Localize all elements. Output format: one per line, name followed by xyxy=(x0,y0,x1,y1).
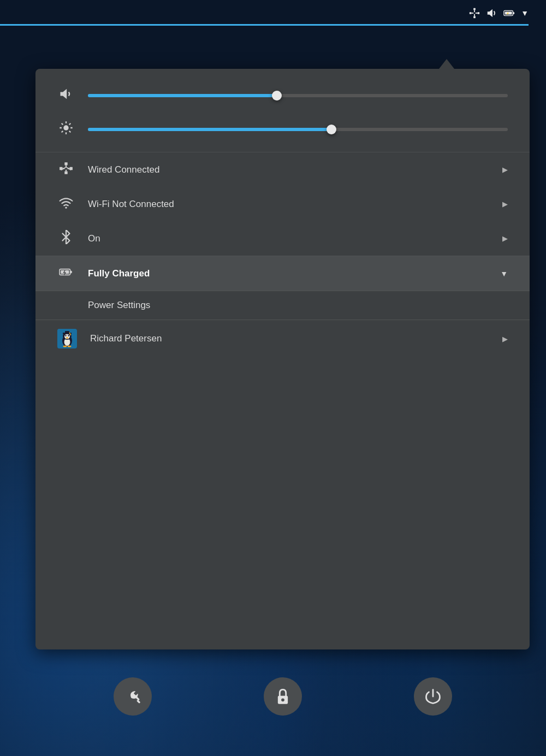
wifi-chevron: ▶ xyxy=(502,200,508,208)
sliders-section xyxy=(35,69,530,152)
svg-rect-46 xyxy=(65,331,69,333)
wifi-menu-icon xyxy=(57,196,75,212)
bluetooth-label: On xyxy=(88,233,489,244)
svg-point-54 xyxy=(281,698,284,701)
bluetooth-chevron: ▶ xyxy=(502,234,508,243)
user-item[interactable]: Richard Petersen ▶ xyxy=(35,320,530,357)
user-name-label: Richard Petersen xyxy=(90,333,489,344)
battery-menu-icon xyxy=(57,265,75,282)
network-menu-icon xyxy=(57,161,75,178)
svg-point-42 xyxy=(65,335,66,336)
svg-rect-0 xyxy=(473,8,476,10)
svg-rect-3 xyxy=(473,16,476,19)
lock-button[interactable] xyxy=(264,677,302,716)
svg-line-21 xyxy=(69,123,71,125)
battery-label: Fully Charged xyxy=(88,268,487,279)
volume-slider-row xyxy=(57,86,508,105)
power-settings-label: Power Settings xyxy=(88,300,150,311)
svg-marker-8 xyxy=(488,9,492,17)
brightness-slider-fill xyxy=(88,128,331,131)
menu-items-section: Wired Connected ▶ Wi-Fi Not Connected ▶ xyxy=(35,152,530,649)
svg-point-14 xyxy=(63,125,68,130)
user-chevron: ▶ xyxy=(502,335,508,343)
battery-item[interactable]: Fully Charged ▼ xyxy=(35,256,530,291)
svg-line-52 xyxy=(138,701,139,702)
settings-button[interactable] xyxy=(114,677,152,716)
svg-point-43 xyxy=(68,335,69,336)
volume-slider-track[interactable] xyxy=(88,94,508,97)
avatar xyxy=(57,329,77,349)
volume-icon[interactable] xyxy=(486,7,498,19)
topbar-caret-icon[interactable]: ▼ xyxy=(521,9,529,17)
wifi-label: Wi-Fi Not Connected xyxy=(88,199,489,210)
brightness-slider-thumb[interactable] xyxy=(327,125,336,134)
wifi-item[interactable]: Wi-Fi Not Connected ▶ xyxy=(35,187,530,221)
brightness-slider-row xyxy=(57,120,508,139)
topbar: ⚡ ▼ xyxy=(468,2,529,24)
svg-marker-13 xyxy=(61,89,67,99)
brightness-slider-track[interactable] xyxy=(88,128,508,131)
svg-point-49 xyxy=(63,346,67,347)
wired-connected-item[interactable]: Wired Connected ▶ xyxy=(35,152,530,187)
topbar-blue-underline xyxy=(0,24,529,26)
brightness-slider-icon xyxy=(57,120,75,139)
bottom-buttons xyxy=(35,664,530,729)
svg-rect-10 xyxy=(513,12,515,14)
popup-panel: Wired Connected ▶ Wi-Fi Not Connected ▶ xyxy=(35,69,530,649)
power-settings-item[interactable]: Power Settings xyxy=(35,291,530,320)
svg-line-22 xyxy=(62,131,63,133)
svg-point-44 xyxy=(66,337,68,338)
volume-slider-icon xyxy=(57,86,75,105)
volume-slider-thumb[interactable] xyxy=(272,91,282,101)
bluetooth-item[interactable]: On ▶ xyxy=(35,221,530,256)
wired-connected-chevron: ▶ xyxy=(502,166,508,174)
svg-rect-35 xyxy=(70,271,72,273)
svg-point-33 xyxy=(65,207,67,209)
svg-rect-23 xyxy=(64,162,67,165)
bluetooth-menu-icon xyxy=(57,230,75,247)
popup-arrow xyxy=(439,59,454,69)
battery-chevron: ▼ xyxy=(500,269,508,278)
svg-rect-2 xyxy=(478,12,480,14)
svg-line-19 xyxy=(62,123,63,125)
volume-slider-fill xyxy=(88,94,277,97)
svg-point-50 xyxy=(68,346,72,347)
wired-connected-label: Wired Connected xyxy=(88,164,489,175)
svg-rect-1 xyxy=(470,12,472,14)
power-button[interactable] xyxy=(414,677,452,716)
svg-rect-26 xyxy=(64,171,67,174)
svg-point-48 xyxy=(70,334,71,335)
network-icon[interactable] xyxy=(468,7,480,19)
svg-line-20 xyxy=(69,131,71,133)
battery-icon[interactable]: ⚡ xyxy=(503,7,515,19)
svg-text:⚡: ⚡ xyxy=(506,11,509,15)
